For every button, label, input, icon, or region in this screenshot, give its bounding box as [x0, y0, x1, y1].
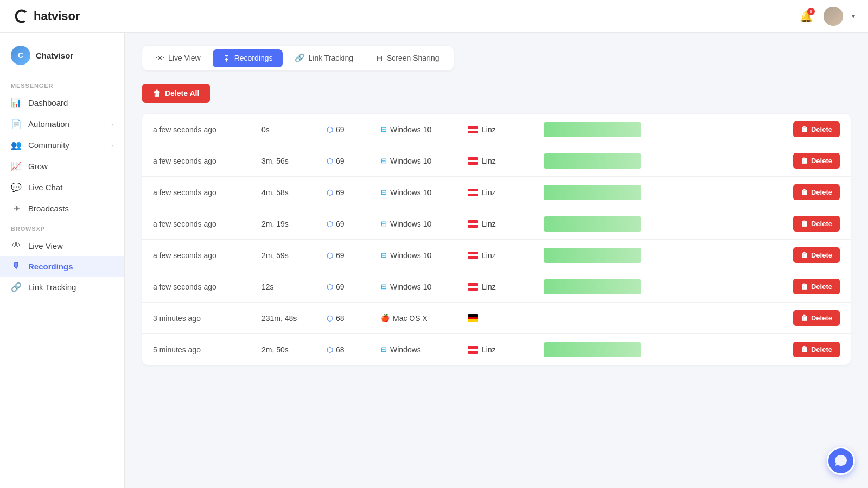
logo[interactable]: hatvisor	[13, 8, 80, 25]
delete-all-button[interactable]: 🗑 Delete All	[142, 84, 210, 103]
cell-os: ⊞ Windows 10	[381, 220, 468, 228]
cell-browser: ⬡ 69	[327, 188, 381, 197]
sidebar-item-recordings[interactable]: 🎙 Recordings	[0, 256, 124, 277]
windows-icon: ⊞	[381, 282, 387, 291]
delete-label: Delete	[811, 251, 832, 259]
table-row: a few seconds ago 2m, 59s ⬡ 69 ⊞ Windows…	[142, 240, 851, 271]
table-row: 5 minutes ago 2m, 50s ⬡ 68 ⊞ Windows Lin…	[142, 334, 851, 365]
main-layout: C Chatvisor MESSENGER 📊 Dashboard 📄 Auto…	[0, 33, 868, 488]
sidebar-item-live-view[interactable]: 👁 Live View	[0, 235, 124, 256]
cell-duration: 3m, 56s	[261, 157, 327, 165]
os-label: Windows	[390, 345, 421, 354]
browser-version: 69	[336, 125, 344, 134]
cell-location: Linz	[468, 251, 544, 260]
header-right: 🔔 ! ▾	[797, 7, 855, 26]
cell-duration: 0s	[261, 125, 327, 134]
sidebar-item-broadcasts[interactable]: ✈ Broadcasts	[0, 198, 124, 219]
sidebar-item-automation[interactable]: 📄 Automation ›	[0, 113, 124, 134]
sidebar-label-live-chat: Live Chat	[28, 183, 113, 192]
delete-button[interactable]: 🗑 Delete	[793, 342, 840, 357]
flag-icon	[468, 314, 478, 322]
windows-icon: ⊞	[381, 345, 387, 354]
user-menu-chevron[interactable]: ▾	[852, 12, 855, 20]
windows-icon: ⊞	[381, 251, 387, 259]
main-content: 👁 Live View 🎙 Recordings 🔗 Link Tracking…	[125, 33, 868, 488]
cell-bar	[544, 279, 775, 294]
delete-all-trash-icon: 🗑	[153, 89, 161, 98]
cell-duration: 4m, 58s	[261, 188, 327, 197]
sidebar-item-live-chat[interactable]: 💬 Live Chat	[0, 177, 124, 198]
delete-label: Delete	[811, 188, 832, 196]
chrome-icon: ⬡	[327, 220, 333, 228]
delete-button[interactable]: 🗑 Delete	[793, 153, 840, 169]
tab-live-view-label: Live View	[168, 54, 201, 62]
session-bar	[544, 216, 641, 232]
tab-link-tracking-icon: 🔗	[295, 53, 305, 63]
sidebar-item-link-tracking[interactable]: 🔗 Link Tracking	[0, 277, 124, 298]
cell-timestamp: 5 minutes ago	[153, 345, 261, 354]
flag-icon	[468, 252, 478, 259]
grow-icon: 📈	[11, 161, 22, 171]
location-label: Linz	[482, 157, 496, 165]
delete-button[interactable]: 🗑 Delete	[793, 184, 840, 200]
community-chevron: ›	[111, 142, 113, 149]
delete-button[interactable]: 🗑 Delete	[793, 216, 840, 232]
cell-duration: 2m, 59s	[261, 251, 327, 260]
delete-button[interactable]: 🗑 Delete	[793, 121, 840, 137]
delete-trash-icon: 🗑	[801, 282, 808, 291]
chrome-icon: ⬡	[327, 125, 333, 134]
os-label: Windows 10	[390, 282, 431, 291]
content-inner: 👁 Live View 🎙 Recordings 🔗 Link Tracking…	[125, 33, 868, 378]
notification-badge: !	[807, 8, 815, 15]
cell-bar	[544, 216, 775, 232]
avatar-image	[824, 7, 843, 26]
notification-bell[interactable]: 🔔 !	[797, 8, 815, 25]
tab-recordings[interactable]: 🎙 Recordings	[213, 49, 283, 67]
dashboard-icon: 📊	[11, 98, 22, 108]
recordings-icon: 🎙	[11, 261, 22, 271]
sidebar-workspace: C Chatvisor	[0, 41, 124, 76]
delete-all-label: Delete All	[165, 89, 199, 98]
delete-button[interactable]: 🗑 Delete	[793, 279, 840, 294]
tab-live-view[interactable]: 👁 Live View	[146, 49, 210, 67]
logo-text: hatvisor	[34, 9, 80, 23]
delete-label: Delete	[811, 157, 832, 165]
cell-browser: ⬡ 69	[327, 282, 381, 291]
tab-recordings-label: Recordings	[234, 54, 273, 62]
flag-icon	[468, 126, 478, 133]
delete-label: Delete	[811, 125, 832, 133]
tab-screen-sharing-icon: 🖥	[375, 54, 383, 63]
delete-label: Delete	[811, 314, 832, 322]
sidebar-label-dashboard: Dashboard	[28, 98, 113, 107]
tab-link-tracking[interactable]: 🔗 Link Tracking	[285, 49, 363, 67]
logo-icon	[13, 8, 30, 25]
automation-icon: 📄	[11, 119, 22, 129]
live-chat-icon: 💬	[11, 182, 22, 192]
workspace-avatar: C	[11, 46, 30, 65]
delete-label: Delete	[811, 345, 832, 354]
location-label: Linz	[482, 220, 496, 228]
location-label: Linz	[482, 188, 496, 197]
tab-recordings-icon: 🎙	[222, 54, 231, 63]
flag-icon	[468, 189, 478, 196]
sidebar-section-messenger: MESSENGER 📊 Dashboard 📄 Automation › 👥 C…	[0, 76, 124, 219]
sidebar-label-live-view: Live View	[28, 241, 113, 251]
sidebar-item-dashboard[interactable]: 📊 Dashboard	[0, 92, 124, 113]
windows-icon: ⊞	[381, 220, 387, 228]
delete-button[interactable]: 🗑 Delete	[793, 310, 840, 326]
tab-screen-sharing[interactable]: 🖥 Screen Sharing	[365, 49, 449, 67]
delete-button[interactable]: 🗑 Delete	[793, 247, 840, 263]
broadcasts-icon: ✈	[11, 203, 22, 214]
floating-chat-icon[interactable]	[827, 447, 855, 475]
recordings-table: a few seconds ago 0s ⬡ 69 ⊞ Windows 10 L…	[142, 114, 851, 365]
cell-location: Linz	[468, 345, 544, 354]
chrome-icon: ⬡	[327, 188, 333, 197]
session-bar	[544, 153, 641, 169]
user-avatar[interactable]	[824, 7, 843, 26]
table-row: a few seconds ago 12s ⬡ 69 ⊞ Windows 10 …	[142, 271, 851, 303]
sidebar-item-community[interactable]: 👥 Community ›	[0, 134, 124, 156]
sidebar-item-grow[interactable]: 📈 Grow	[0, 156, 124, 177]
cell-duration: 231m, 48s	[261, 314, 327, 323]
cell-browser: ⬡ 68	[327, 314, 381, 323]
windows-icon: ⊞	[381, 157, 387, 165]
